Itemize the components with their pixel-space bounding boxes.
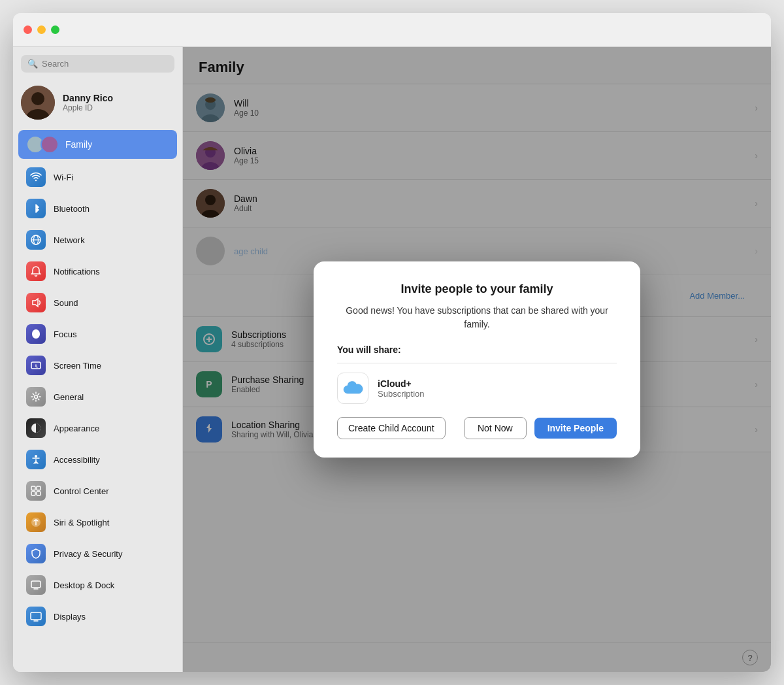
sidebar-item-controlcenter[interactable]: Control Center [18, 476, 177, 506]
sidebar-item-notifications-label: Notifications [54, 267, 100, 276]
svg-rect-18 [31, 612, 41, 620]
bluetooth-icon [26, 199, 46, 218]
sidebar-item-general-label: General [54, 392, 84, 402]
family-label: Family [65, 139, 92, 150]
sidebar-item-focus[interactable]: Focus [18, 319, 177, 349]
sound-icon [26, 293, 46, 312]
sidebar: 🔍 Danny Rico Apple ID [13, 47, 183, 672]
create-child-account-button[interactable]: Create Child Account [337, 417, 446, 439]
svg-rect-14 [31, 492, 35, 495]
sidebar-item-privacy[interactable]: Privacy & Security [18, 539, 177, 569]
sidebar-item-notifications[interactable]: Notifications [18, 256, 177, 286]
sidebar-item-focus-label: Focus [54, 329, 76, 339]
search-container: 🔍 [13, 55, 182, 80]
svg-point-1 [31, 92, 44, 105]
sidebar-item-bluetooth-label: Bluetooth [54, 204, 90, 214]
appearance-icon [26, 418, 46, 438]
displays-icon [26, 607, 46, 626]
notifications-icon [26, 261, 46, 281]
modal-dialog: Invite people to your family Good news! … [314, 261, 640, 458]
sidebar-item-siri[interactable]: Siri & Spotlight [18, 507, 177, 537]
main-layout: 🔍 Danny Rico Apple ID [13, 47, 771, 672]
search-input[interactable] [42, 59, 168, 69]
sidebar-item-general[interactable]: General [18, 382, 177, 412]
modal-share-item: iCloud+ Subscription [337, 373, 617, 404]
sidebar-item-displays-label: Displays [54, 612, 86, 622]
avatar [21, 86, 55, 120]
search-box[interactable]: 🔍 [21, 55, 174, 73]
sidebar-item-bluetooth[interactable]: Bluetooth [18, 193, 177, 224]
share-item-name: iCloud+ [378, 378, 425, 389]
desktop-icon [26, 575, 46, 595]
maximize-button[interactable] [51, 25, 59, 34]
sidebar-item-desktop-label: Desktop & Dock [54, 580, 114, 590]
svg-marker-7 [33, 299, 38, 307]
svg-rect-17 [31, 581, 41, 588]
title-bar [13, 13, 771, 47]
modal-divider [337, 363, 617, 363]
svg-rect-13 [37, 486, 41, 490]
traffic-lights [24, 25, 59, 34]
screentime-icon [26, 356, 46, 375]
family-avatar-2 [41, 135, 59, 154]
icloud-icon [337, 373, 368, 404]
user-profile[interactable]: Danny Rico Apple ID [13, 80, 182, 125]
invite-people-button[interactable]: Invite People [534, 418, 617, 439]
user-name: Danny Rico [63, 93, 113, 103]
svg-rect-12 [31, 486, 35, 490]
svg-point-3 [35, 180, 37, 181]
siri-icon [26, 512, 46, 532]
modal-body-text: Good news! You have subscriptions that c… [337, 304, 617, 331]
sidebar-item-appearance[interactable]: Appearance [18, 413, 177, 443]
network-icon [26, 230, 46, 250]
sidebar-item-siri-label: Siri & Spotlight [54, 518, 109, 527]
focus-icon [26, 324, 46, 344]
accessibility-icon [26, 450, 46, 469]
svg-point-9 [35, 395, 38, 399]
sidebar-item-network-label: Network [54, 235, 85, 245]
svg-rect-15 [37, 492, 41, 495]
sidebar-item-sound[interactable]: Sound [18, 288, 177, 318]
content-area: Family Will Age 10 › [183, 47, 771, 672]
sidebar-item-wifi-label: Wi-Fi [54, 173, 73, 182]
close-button[interactable] [24, 25, 32, 34]
controlcenter-icon [26, 481, 46, 501]
sidebar-item-wifi[interactable]: Wi-Fi [18, 162, 177, 192]
general-icon [26, 387, 46, 407]
user-info: Danny Rico Apple ID [63, 93, 113, 112]
sidebar-item-appearance-label: Appearance [54, 424, 99, 433]
sidebar-item-accessibility-label: Accessibility [54, 455, 100, 465]
modal-title: Invite people to your family [337, 282, 617, 296]
privacy-icon [26, 544, 46, 563]
wifi-icon [26, 167, 46, 187]
sidebar-item-family[interactable]: Family [18, 130, 177, 159]
sidebar-item-screentime[interactable]: Screen Time [18, 350, 177, 380]
sidebar-item-desktop[interactable]: Desktop & Dock [18, 570, 177, 600]
sidebar-item-sound-label: Sound [54, 298, 78, 308]
not-now-button[interactable]: Not Now [464, 417, 527, 439]
main-window: 🔍 Danny Rico Apple ID [13, 13, 771, 672]
sidebar-item-screentime-label: Screen Time [54, 361, 101, 371]
sidebar-item-privacy-label: Privacy & Security [54, 549, 122, 559]
share-item-type: Subscription [378, 389, 425, 399]
search-icon: 🔍 [27, 59, 38, 69]
modal-overlay: Invite people to your family Good news! … [183, 47, 771, 672]
share-item-info: iCloud+ Subscription [378, 378, 425, 399]
modal-share-label: You will share: [337, 344, 617, 355]
sidebar-item-accessibility[interactable]: Accessibility [18, 444, 177, 475]
family-avatar-stack [26, 135, 59, 154]
minimize-button[interactable] [37, 25, 46, 34]
user-subtitle: Apple ID [63, 103, 113, 112]
sidebar-item-network[interactable]: Network [18, 225, 177, 255]
sidebar-item-displays[interactable]: Displays [18, 601, 177, 631]
modal-actions: Create Child Account Not Now Invite Peop… [337, 417, 617, 439]
sidebar-item-controlcenter-label: Control Center [54, 486, 109, 496]
svg-point-11 [35, 455, 37, 458]
